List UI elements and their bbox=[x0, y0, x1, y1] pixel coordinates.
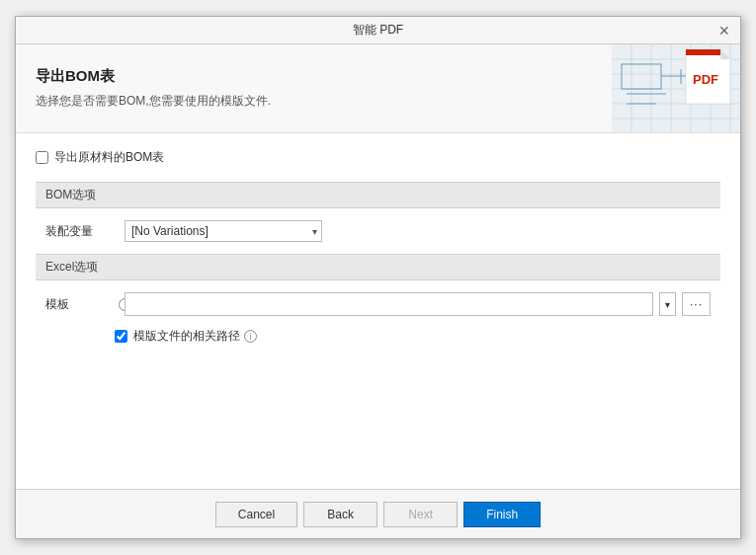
content-area: 导出原材料的BOM表 BOM选项 装配变量 [No Variations] ▾ … bbox=[16, 133, 740, 489]
relative-path-row: 模版文件的相关路径 i bbox=[36, 328, 720, 345]
relative-path-checkbox[interactable] bbox=[115, 330, 127, 343]
svg-text:PDF: PDF bbox=[693, 72, 718, 87]
assembly-label: 装配变量 bbox=[45, 223, 115, 240]
template-label: 模板 bbox=[45, 296, 115, 313]
template-more-button[interactable]: ··· bbox=[682, 292, 711, 316]
title-bar: 智能 PDF ✕ bbox=[16, 17, 740, 44]
window-title: 智能 PDF bbox=[40, 22, 716, 39]
header-icon-area: PDF bbox=[612, 44, 740, 133]
header-panel: 导出BOM表 选择您是否需要BOM,您需要使用的模版文件. bbox=[16, 44, 740, 133]
cancel-button[interactable]: Cancel bbox=[215, 502, 297, 527]
footer: Cancel Back Next Finish bbox=[16, 489, 740, 538]
assembly-select[interactable]: [No Variations] bbox=[125, 220, 322, 242]
template-label-area: 模板 i bbox=[45, 296, 115, 313]
relative-path-label[interactable]: 模版文件的相关路径 i bbox=[133, 328, 257, 345]
next-button[interactable]: Next bbox=[383, 502, 458, 527]
bom-section-header: BOM选项 bbox=[36, 182, 720, 208]
assembly-row: 装配变量 [No Variations] ▾ bbox=[36, 220, 720, 242]
assembly-select-wrapper: [No Variations] ▾ bbox=[125, 220, 322, 242]
export-bom-label[interactable]: 导出原材料的BOM表 bbox=[54, 149, 164, 166]
finish-button[interactable]: Finish bbox=[463, 502, 541, 527]
template-dropdown-button[interactable]: ▾ bbox=[659, 292, 676, 316]
back-button[interactable]: Back bbox=[303, 502, 378, 527]
template-row: 模板 i ▾ ··· bbox=[36, 292, 720, 316]
template-input[interactable] bbox=[125, 292, 653, 316]
main-window: 智能 PDF ✕ 导出BOM表 选择您是否需要BOM,您需要使用的模版文件. bbox=[15, 16, 741, 539]
export-bom-checkbox[interactable] bbox=[36, 151, 48, 164]
close-button[interactable]: ✕ bbox=[716, 23, 732, 39]
excel-section-header: Excel选项 bbox=[36, 254, 720, 280]
svg-rect-18 bbox=[686, 49, 720, 55]
header-illustration: PDF bbox=[612, 44, 740, 133]
export-bom-row: 导出原材料的BOM表 bbox=[36, 149, 720, 166]
template-input-area: ▾ ··· bbox=[125, 292, 711, 316]
relative-path-info-icon[interactable]: i bbox=[244, 330, 257, 343]
